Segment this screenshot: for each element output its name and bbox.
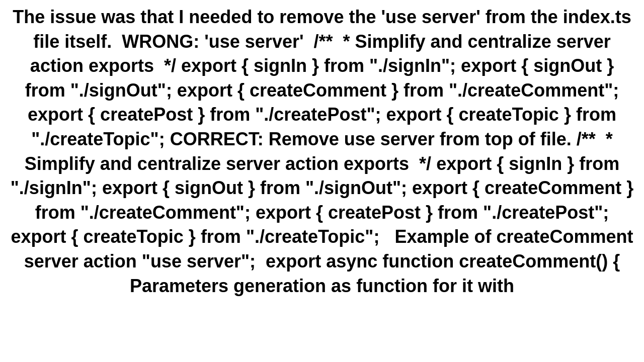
content-area: The issue was that I needed to remove th… bbox=[0, 0, 644, 362]
main-content-text: The issue was that I needed to remove th… bbox=[10, 5, 634, 298]
